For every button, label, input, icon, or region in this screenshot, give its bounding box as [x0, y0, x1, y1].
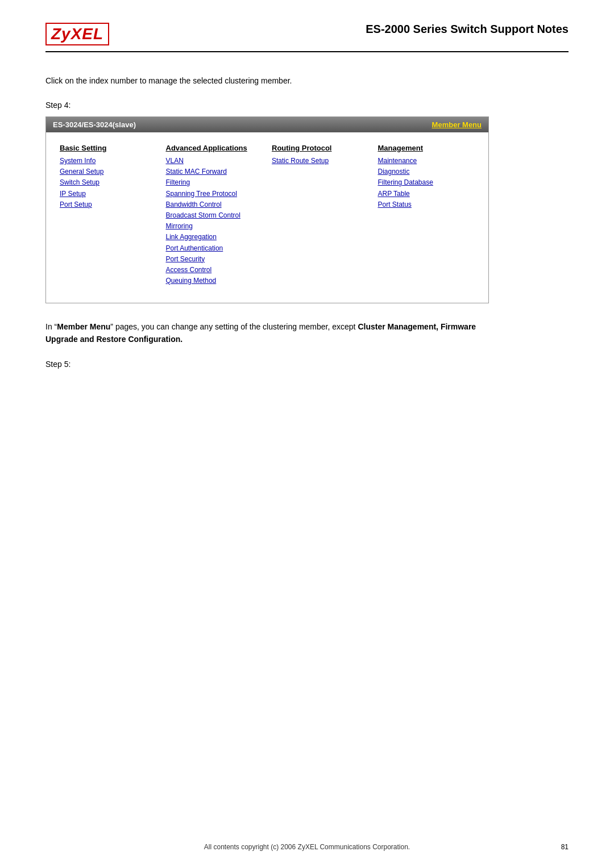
- col2-header: Advanced Applications: [166, 144, 263, 152]
- link-queuing-method[interactable]: Queuing Method: [166, 276, 263, 286]
- col4-header: Management: [378, 144, 475, 152]
- link-access-control[interactable]: Access Control: [166, 265, 263, 276]
- link-system-info[interactable]: System Info: [60, 156, 157, 166]
- link-vlan[interactable]: VLAN: [166, 156, 263, 166]
- link-port-setup[interactable]: Port Setup: [60, 199, 157, 210]
- link-general-setup[interactable]: General Setup: [60, 166, 157, 177]
- link-filtering-database[interactable]: Filtering Database: [378, 177, 475, 188]
- footer-copyright: All contents copyright (c) 2006 ZyXEL Co…: [0, 843, 614, 851]
- intro-text: Click on the index number to manage the …: [45, 75, 569, 87]
- link-port-authentication[interactable]: Port Authentication: [166, 243, 263, 254]
- page-title: ES-2000 Series Switch Support Notes: [366, 23, 569, 36]
- page-header: ZyXEL ES-2000 Series Switch Support Note…: [45, 23, 569, 52]
- menu-column-management: Management Maintenance Diagnostic Filter…: [374, 144, 480, 291]
- menu-column-basic: Basic Setting System Info General Setup …: [55, 144, 161, 291]
- link-filtering[interactable]: Filtering: [166, 177, 263, 188]
- link-port-status[interactable]: Port Status: [378, 199, 475, 210]
- bold-member-menu: Member Menu: [57, 322, 110, 331]
- link-spanning-tree[interactable]: Spanning Tree Protocol: [166, 189, 263, 199]
- link-port-security[interactable]: Port Security: [166, 254, 263, 265]
- link-maintenance[interactable]: Maintenance: [378, 156, 475, 166]
- link-switch-setup[interactable]: Switch Setup: [60, 177, 157, 188]
- link-broadcast-storm[interactable]: Broadcast Storm Control: [166, 210, 263, 221]
- menu-box-header: ES-3024/ES-3024(slave) Member Menu: [46, 117, 488, 132]
- logo-area: ZyXEL: [45, 23, 109, 45]
- link-diagnostic[interactable]: Diagnostic: [378, 166, 475, 177]
- member-menu-box: ES-3024/ES-3024(slave) Member Menu Basic…: [45, 116, 489, 303]
- link-static-route[interactable]: Static Route Setup: [272, 156, 369, 166]
- col1-header: Basic Setting: [60, 144, 157, 152]
- member-menu-link[interactable]: Member Menu: [432, 120, 482, 129]
- member-menu-paragraph: In “Member Menu” pages, you can change a…: [45, 320, 489, 346]
- menu-column-routing: Routing Protocol Static Route Setup: [267, 144, 374, 291]
- step5-label: Step 5:: [45, 360, 569, 369]
- link-mirroring[interactable]: Mirroring: [166, 221, 263, 232]
- bold-exceptions: Cluster Management, Firmware Upgrade and…: [45, 322, 476, 344]
- menu-box-title: ES-3024/ES-3024(slave): [53, 120, 136, 129]
- link-static-mac-forward[interactable]: Static MAC Forward: [166, 166, 263, 177]
- link-ip-setup[interactable]: IP Setup: [60, 189, 157, 199]
- link-arp-table[interactable]: ARP Table: [378, 189, 475, 199]
- menu-box-body: Basic Setting System Info General Setup …: [46, 132, 488, 303]
- menu-column-advanced: Advanced Applications VLAN Static MAC Fo…: [161, 144, 268, 291]
- page-number: 81: [561, 843, 569, 851]
- step4-label: Step 4:: [45, 101, 569, 110]
- link-bandwidth-control[interactable]: Bandwidth Control: [166, 199, 263, 210]
- col3-header: Routing Protocol: [272, 144, 369, 152]
- link-link-aggregation[interactable]: Link Aggregation: [166, 232, 263, 243]
- logo: ZyXEL: [45, 23, 109, 45]
